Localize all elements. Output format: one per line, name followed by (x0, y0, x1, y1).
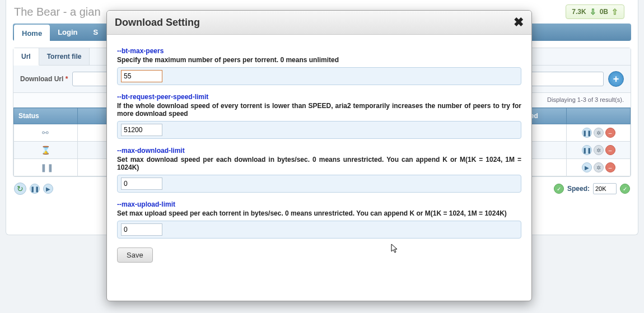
setting-input[interactable] (121, 70, 162, 82)
setting-description: Set max download speed per each download… (117, 156, 521, 171)
setting-field (117, 121, 521, 139)
setting-input[interactable] (121, 177, 162, 190)
setting-block: --max-upload-limitSet max upload speed p… (117, 200, 521, 239)
dialog-title: Download Setting (115, 17, 514, 29)
setting-block: --max-download-limitSet max download spe… (117, 147, 521, 193)
setting-field (117, 175, 521, 193)
setting-key: --bt-request-peer-speed-limit (117, 93, 521, 101)
setting-block: --bt-max-peersSpecify the maximum number… (117, 47, 521, 85)
setting-input[interactable] (121, 124, 162, 136)
setting-description: Set max upload speed per each torrent in… (117, 209, 521, 217)
setting-input[interactable] (121, 223, 162, 236)
dialog-close-button[interactable]: ✖ (514, 16, 524, 29)
save-button[interactable]: Save (117, 247, 153, 263)
setting-key: --bt-max-peers (117, 47, 521, 55)
setting-description: Specify the maximum number of peers per … (117, 56, 521, 64)
close-icon: ✖ (514, 15, 524, 29)
setting-description: If the whole download speed of every tor… (117, 102, 521, 118)
setting-key: --max-download-limit (117, 147, 521, 155)
setting-field (117, 221, 521, 239)
setting-block: --bt-request-peer-speed-limitIf the whol… (117, 93, 521, 139)
setting-field (117, 67, 521, 85)
download-settings-dialog: Download Setting ✖ --bt-max-peersSpecify… (106, 10, 532, 301)
dialog-body[interactable]: --bt-max-peersSpecify the maximum number… (107, 35, 531, 301)
setting-key: --max-upload-limit (117, 200, 521, 208)
